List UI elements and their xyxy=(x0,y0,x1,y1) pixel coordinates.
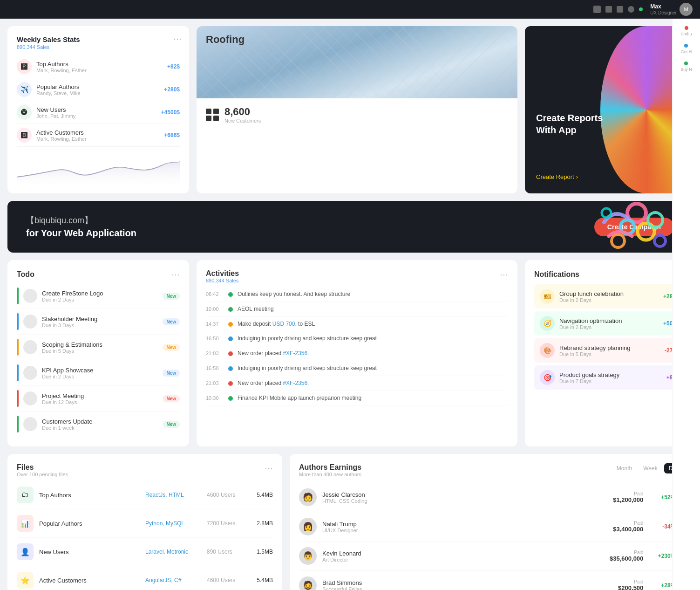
side-panel-item-buyn[interactable]: Buy N xyxy=(680,62,692,72)
weekly-sales-subtitle: 890,344 Sales xyxy=(17,44,180,50)
user-role: UX Designer xyxy=(650,10,677,15)
todo-item: Stakeholder Meeting Due in 3 Days New xyxy=(17,309,180,335)
topbar: Max UX Designer M xyxy=(0,0,700,19)
file-icon: 🗂 xyxy=(17,487,34,503)
todo-bar xyxy=(17,339,19,356)
activity-dot xyxy=(228,307,233,312)
activities-dots-button[interactable]: ⋯ xyxy=(500,269,508,280)
tab-month[interactable]: Month xyxy=(612,463,637,473)
grid-icon[interactable] xyxy=(617,6,623,13)
file-icon: 👤 xyxy=(17,543,34,560)
tab-week[interactable]: Week xyxy=(639,463,662,473)
todo-avatar xyxy=(23,340,37,354)
todo-info: KPI App Showcase Due in 2 Days xyxy=(42,367,158,379)
campaign-pre: 【biqubiqu.com】 xyxy=(26,215,136,226)
author-info: Natali Trump UI/UX Designer xyxy=(322,521,607,533)
activity-item: 16:50 Indulging in poorly driving and ke… xyxy=(206,361,508,376)
activity-link[interactable]: #XF-2356. xyxy=(283,350,309,357)
activities-card: Activities 890,344 Sales ⋯ 08:42 Outline… xyxy=(197,260,517,446)
roofing-image: Roofing xyxy=(197,26,517,98)
todo-info: Scoping & Estimations Due in 5 Days xyxy=(42,341,158,354)
search-icon[interactable] xyxy=(593,6,601,13)
signal-icon[interactable] xyxy=(605,6,612,13)
todo-title: Todo xyxy=(17,270,34,279)
todo-badge: New xyxy=(163,421,180,428)
todo-info: Project Meeting Due in 12 Days xyxy=(42,392,158,405)
reports-link[interactable]: Create Report › xyxy=(536,173,681,180)
author-avatar: 🧔 xyxy=(299,576,317,590)
author-item: 👨 Kevin Leonard Art Director Paid $35,60… xyxy=(299,542,683,571)
activities-title: Activities xyxy=(206,269,239,278)
side-panel: Prebu Get H Buy N xyxy=(672,19,700,590)
notification-item: 🎫 Group lunch celebration Due in 2 Days … xyxy=(534,284,683,309)
todo-item: KPI App Showcase Due in 2 Days New xyxy=(17,360,180,386)
activity-item: 10:00 AEOL meeting xyxy=(206,302,508,317)
user-avatar[interactable]: M xyxy=(680,3,693,16)
authors-subtitle: More than 400 new authors xyxy=(299,472,361,477)
todo-info: Customers Update Due in 1 week xyxy=(42,418,158,431)
campaign-text: 【biqubiqu.com】 for Your Web Application xyxy=(26,215,136,239)
arrow-right-icon: › xyxy=(576,173,578,180)
activities-subtitle: 890,344 Sales xyxy=(206,278,239,283)
files-title: Files xyxy=(17,463,68,472)
activity-item: 14:37 Make deposit USD 700. to ESL xyxy=(206,317,508,332)
side-panel-item-prebu[interactable]: Prebu xyxy=(680,26,692,36)
author-item: 🧔 Brad Simmons Successful Fellas Paid $2… xyxy=(299,571,683,590)
svg-point-6 xyxy=(602,208,611,218)
todo-dots-button[interactable]: ⋯ xyxy=(171,269,180,280)
notif-info: Product goals strategy Due in 7 Days xyxy=(559,371,662,384)
todo-badge: New xyxy=(163,344,180,351)
author-avatar: 🧑 xyxy=(299,488,317,506)
todo-avatar xyxy=(23,391,37,405)
notification-item: 🎨 Rebrand strategy planning Due in 5 Day… xyxy=(534,338,683,363)
reports-title: Create ReportsWith App xyxy=(536,112,681,136)
author-info: Jessie Clarcson HTML, CSS Coding xyxy=(322,491,607,504)
roofing-label: Roofing xyxy=(206,34,245,46)
sun-icon[interactable] xyxy=(628,6,634,13)
notification-item: 🧭 Navigation optimization Due in 2 Days … xyxy=(534,311,683,336)
activity-dot xyxy=(228,322,233,327)
roofing-stats: 8,600 New Customers xyxy=(224,106,261,123)
todo-bar xyxy=(17,416,19,432)
side-panel-indicator xyxy=(684,44,688,48)
todo-avatar xyxy=(23,315,37,329)
activity-dot xyxy=(228,381,233,386)
activity-item: 16:50 Indulging in poorly driving and ke… xyxy=(206,331,508,346)
todo-bar xyxy=(17,390,19,407)
topbar-icons xyxy=(593,6,645,13)
side-panel-item-geth[interactable]: Get H xyxy=(681,44,692,54)
top-row: Weekly Sales Stats 890,344 Sales ⋯ 🅿 Top… xyxy=(7,26,693,193)
todo-info: Stakeholder Meeting Due in 3 Days xyxy=(42,316,158,328)
notifications-card: Notifications ⋯ 🎫 Group lunch celebratio… xyxy=(525,260,693,446)
todo-info: Create FireStone Logo Due in 2 Days xyxy=(42,290,158,302)
todo-item: Project Meeting Due in 12 Days New xyxy=(17,386,180,412)
stat-item: 🅱 Active Customers Mark, Rowling, Esther… xyxy=(17,124,180,147)
reports-card: Create ReportsWith App Create Report › xyxy=(525,26,693,193)
user-info: Max UX Designer M xyxy=(650,3,693,16)
author-paid-section: Paid $35,600,000 xyxy=(610,550,643,562)
campaign-main: for Your Web Application xyxy=(26,228,136,239)
stat-icon-1: 🅿 xyxy=(17,59,32,74)
todo-badge: New xyxy=(163,293,180,300)
activity-link[interactable]: #XF-2356. xyxy=(283,380,309,386)
activity-link[interactable]: USD 700. xyxy=(272,321,297,327)
activity-dot xyxy=(228,366,233,371)
weekly-sales-title: Weekly Sales Stats xyxy=(17,35,180,43)
dots-button[interactable]: ⋯ xyxy=(173,34,182,44)
authors-earnings-card: Authors Earnings More than 400 new autho… xyxy=(290,454,693,590)
dot-icon xyxy=(639,7,643,11)
files-dots-button[interactable]: ⋯ xyxy=(265,463,273,473)
author-item: 🧑 Jessie Clarcson HTML, CSS Coding Paid … xyxy=(299,483,683,512)
author-item: 👩 Natali Trump UI/UX Designer Paid $3,40… xyxy=(299,512,683,542)
todo-item: Scoping & Estimations Due in 5 Days New xyxy=(17,335,180,360)
campaign-banner: 【biqubiqu.com】 for Your Web Application … xyxy=(7,201,693,253)
roofing-bottom: 8,600 New Customers xyxy=(197,98,517,131)
activity-dot xyxy=(228,396,233,401)
stat-info-4: Active Customers Mark, Rowling, Esther xyxy=(36,129,159,142)
todo-card: Todo ⋯ Create FireStone Logo Due in 2 Da… xyxy=(7,260,189,446)
stat-info-2: Popular Authors Randy, Steve, Mike xyxy=(36,83,159,96)
todo-avatar xyxy=(23,366,37,380)
file-item: ⭐ Active Customers AngularJS, C# 4600 Us… xyxy=(17,566,273,590)
middle-row: Todo ⋯ Create FireStone Logo Due in 2 Da… xyxy=(7,260,693,446)
weekly-sales-card: Weekly Sales Stats 890,344 Sales ⋯ 🅿 Top… xyxy=(7,26,189,193)
